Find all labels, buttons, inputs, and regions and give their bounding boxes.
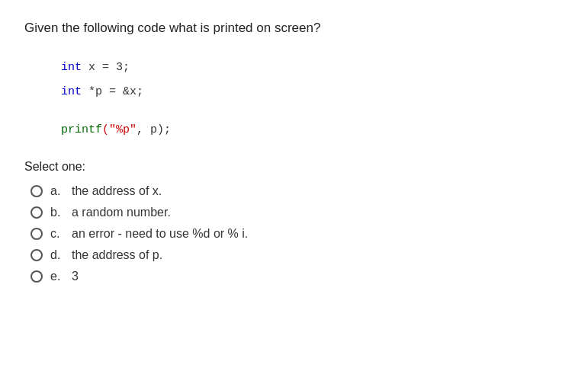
option-item-c[interactable]: c.an error - need to use %d or % i. xyxy=(31,227,564,241)
option-item-d[interactable]: d.the address of p. xyxy=(31,248,564,262)
option-letter-d: d. xyxy=(50,248,64,262)
option-item-b[interactable]: b.a random number. xyxy=(31,206,564,219)
option-text-a: the address of x. xyxy=(72,184,162,198)
select-label: Select one: xyxy=(24,160,564,174)
keyword-int-2: int xyxy=(61,85,82,98)
code-rest-2: *p = &x; xyxy=(82,85,143,98)
option-item-e[interactable]: e.3 xyxy=(31,270,564,283)
code-rest-1: x = 3; xyxy=(82,61,130,74)
option-letter-b: b. xyxy=(50,206,64,219)
option-text-c: an error - need to use %d or % i. xyxy=(72,227,248,241)
option-letter-c: c. xyxy=(50,227,64,241)
code-line-1: int x = 3; xyxy=(61,56,564,79)
option-letter-e: e. xyxy=(50,270,64,283)
code-block: int x = 3; int *p = &x; printf("%p", p); xyxy=(61,56,564,142)
option-radio-e[interactable] xyxy=(31,270,43,283)
option-letter-a: a. xyxy=(50,184,64,198)
code-str: ("%p" xyxy=(102,123,137,136)
option-item-a[interactable]: a.the address of x. xyxy=(31,184,564,198)
option-radio-c[interactable] xyxy=(31,228,43,240)
option-text-e: 3 xyxy=(72,270,79,283)
option-radio-a[interactable] xyxy=(31,185,43,197)
option-radio-b[interactable] xyxy=(31,206,43,219)
code-line-3: printf("%p", p); xyxy=(61,119,564,142)
options-list: a.the address of x.b.a random number.c.a… xyxy=(31,184,564,283)
keyword-int-1: int xyxy=(61,61,82,74)
code-line-2: int *p = &x; xyxy=(61,81,564,104)
option-text-b: a random number. xyxy=(72,206,171,219)
question-text: Given the following code what is printed… xyxy=(24,18,564,38)
option-text-d: the address of p. xyxy=(72,248,162,262)
keyword-printf: printf xyxy=(61,123,102,136)
option-radio-d[interactable] xyxy=(31,249,43,261)
code-arg: , p); xyxy=(137,123,171,136)
